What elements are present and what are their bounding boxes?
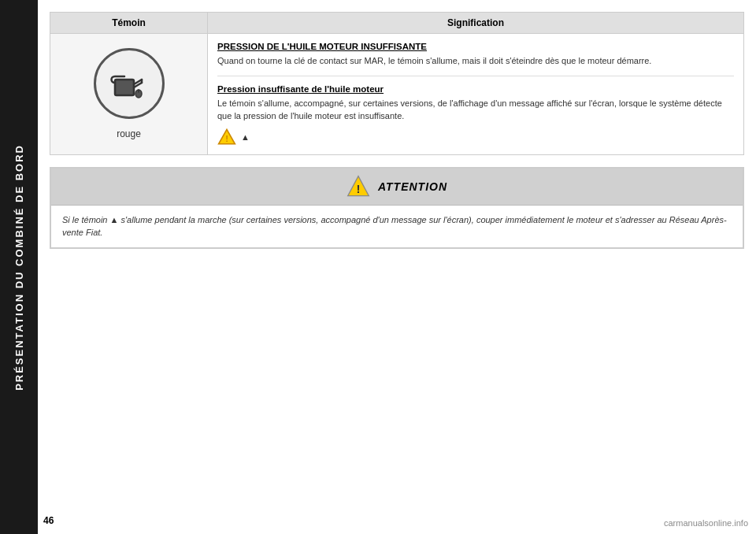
sig-text-2: Le témoin s'allume, accompagné, sur cert…: [217, 97, 734, 123]
attention-title: ATTENTION: [378, 180, 447, 193]
svg-rect-0: [115, 80, 134, 95]
main-content: Témoin Signification: [38, 0, 756, 534]
svg-text:!: !: [225, 134, 228, 143]
watermark: carmanualsonline.info: [664, 518, 748, 528]
oil-pressure-icon: [94, 48, 165, 119]
signification-cell: PRESSION DE L'HUILE MOTEUR INSUFFISANTE …: [208, 34, 743, 154]
attention-header: ! ATTENTION: [51, 169, 743, 206]
sig-section-2: Pression insuffisante de l'huile moteur …: [217, 84, 734, 146]
sidebar-title: PRÉSENTATION DU COMBINÉ DE BORD: [13, 144, 25, 391]
sig-title-1: PRESSION DE L'HUILE MOTEUR INSUFFISANTE: [217, 42, 734, 51]
warning-triangle-icon: !: [217, 128, 236, 146]
oil-icon-svg: [107, 62, 150, 106]
attention-icon: !: [346, 175, 370, 198]
attention-box: ! ATTENTION Si le témoin ▲ s'allume pend…: [50, 167, 744, 249]
col-header-temoin: Témoin: [50, 13, 208, 33]
sidebar: PRÉSENTATION DU COMBINÉ DE BORD: [0, 0, 38, 534]
warning-ref-text: ▲: [241, 132, 250, 142]
temoin-cell: rouge: [50, 34, 208, 154]
attention-body: Si le témoin ▲ s'allume pendant la march…: [51, 206, 743, 247]
table-row: rouge PRESSION DE L'HUILE MOTEUR INSUFFI…: [50, 34, 743, 154]
sig-text-1: Quand on tourne la clé de contact sur MA…: [217, 54, 734, 68]
info-table: Témoin Signification: [50, 12, 744, 155]
sig-title-2: Pression insuffisante de l'huile moteur: [217, 84, 734, 94]
col-header-signification: Signification: [208, 13, 743, 33]
sig-warning-row: ! ▲: [217, 128, 734, 146]
rouge-label: rouge: [117, 128, 141, 139]
page-number: 46: [43, 515, 54, 526]
sig-section-1: PRESSION DE L'HUILE MOTEUR INSUFFISANTE …: [217, 42, 734, 76]
svg-text:!: !: [356, 182, 360, 195]
table-header: Témoin Signification: [50, 13, 743, 34]
